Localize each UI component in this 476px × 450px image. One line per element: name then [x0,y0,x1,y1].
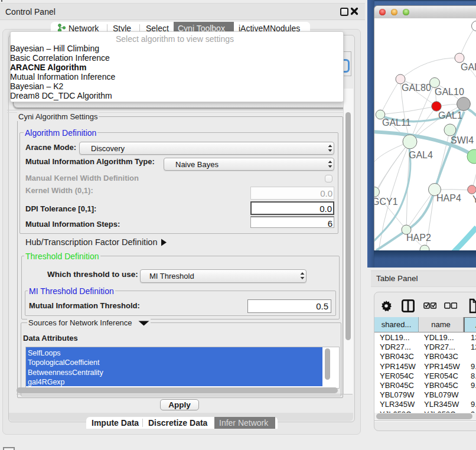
svg-text:GAL: GAL [461,62,476,72]
svg-text:Y: Y [472,194,476,204]
svg-text:GAL11: GAL11 [382,118,411,128]
svg-text:GAL80: GAL80 [402,83,431,93]
svg-text:HAP2: HAP2 [406,233,431,243]
svg-text:GCY1: GCY1 [374,197,398,207]
svg-text:SWI4: SWI4 [451,135,474,145]
svg-text:GAL1: GAL1 [438,110,462,120]
svg-text:HAP4: HAP4 [436,193,461,203]
svg-text:GAL10: GAL10 [435,87,464,97]
svg-text:GAL4: GAL4 [409,150,433,160]
